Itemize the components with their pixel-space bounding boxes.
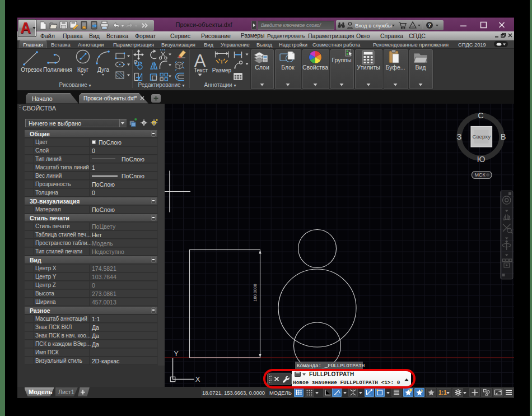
svg-text:100.0000: 100.0000 [253,284,258,301]
svg-text:Буфе...: Буфе... [385,64,405,71]
svg-text:З: З [456,132,461,141]
svg-text:С: С [478,110,483,119]
svg-text:X: X [195,375,200,383]
svg-text:Ю: Ю [477,154,485,163]
svg-text:Блок: Блок [281,64,295,71]
svg-text:МСК: МСК [474,172,486,178]
svg-text:Группы: Группы [332,57,352,63]
svg-text:Утилиты: Утилиты [357,64,380,71]
svg-text:Слои: Слои [255,64,269,71]
svg-text:В: В [500,132,506,141]
svg-text:Сверху: Сверху [472,133,491,140]
svg-text:Вид: Вид [416,64,426,71]
svg-text:Y: Y [174,349,179,358]
svg-text:Свойства: Свойства [302,64,328,71]
svg-text:?: ? [428,22,431,28]
svg-text:Вход в службы: Вход в службы [355,22,392,29]
